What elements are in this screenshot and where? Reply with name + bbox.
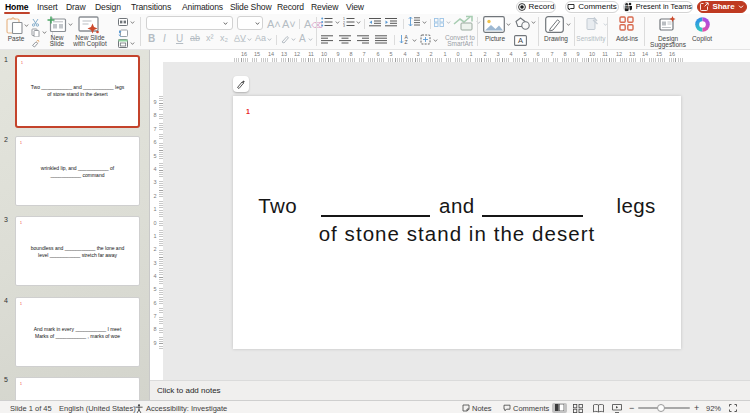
svg-text:A: A: [518, 36, 523, 45]
svg-text:Z: Z: [405, 39, 408, 45]
svg-text:3: 3: [343, 24, 345, 27]
